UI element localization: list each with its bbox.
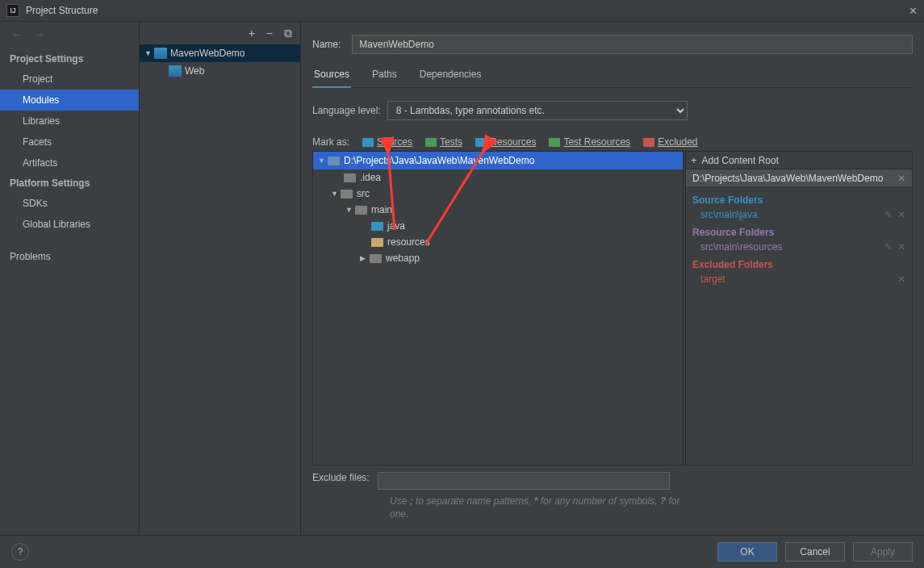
- exclude-hint: Use ; to separate name patterns, * for a…: [390, 495, 688, 520]
- cancel-button[interactable]: Cancel: [785, 542, 845, 562]
- source-folders-title: Source Folders: [692, 194, 905, 206]
- test-resources-color-icon: [549, 138, 560, 147]
- mark-as-label: Mark as:: [312, 136, 349, 148]
- folder-java[interactable]: java: [313, 218, 683, 234]
- web-icon: [169, 65, 182, 77]
- resources-color-icon: [475, 138, 487, 147]
- nav-project[interactable]: Project: [0, 69, 139, 90]
- nav-modules[interactable]: Modules: [0, 90, 139, 111]
- mark-sources-button[interactable]: Sources: [362, 136, 412, 148]
- chevron-down-icon: ▼: [345, 206, 355, 214]
- excluded-color-icon: [643, 138, 654, 147]
- content-roots-panel: +Add Content Root D:\Projects\Java\JavaW…: [685, 151, 913, 466]
- nav-sdks[interactable]: SDKs: [0, 193, 139, 214]
- content-root-path-bar[interactable]: D:\Projects\Java\JavaWeb\MavenWebDemo✕: [685, 169, 913, 186]
- app-icon: IJ: [6, 4, 19, 17]
- window-title: Project Structure: [26, 5, 909, 16]
- name-input[interactable]: [352, 35, 913, 54]
- mark-resources-button[interactable]: Resources: [475, 136, 536, 148]
- name-label: Name:: [312, 39, 341, 50]
- bottom-bar: ? OK Cancel Apply: [0, 535, 924, 568]
- exclude-files-label: Exclude files:: [312, 472, 370, 483]
- remove-icon[interactable]: ✕: [897, 209, 905, 220]
- folder-icon: [370, 254, 382, 263]
- nav-forward-icon[interactable]: →: [34, 28, 45, 41]
- chevron-down-icon: ▼: [144, 49, 154, 57]
- edit-icon[interactable]: ✎: [884, 241, 893, 253]
- section-platform-settings: Platform Settings: [0, 173, 139, 193]
- apply-button[interactable]: Apply: [853, 542, 913, 562]
- language-level-label: Language level:: [312, 105, 381, 116]
- resource-folders-title: Resource Folders: [692, 227, 905, 238]
- folder-icon: [328, 157, 340, 165]
- exclude-files-input[interactable]: [378, 472, 670, 490]
- copy-module-icon[interactable]: ⧉: [284, 27, 292, 40]
- tests-color-icon: [425, 138, 437, 147]
- nav-global-libraries[interactable]: Global Libraries: [0, 214, 139, 235]
- module-tree-panel: + − ⧉ ▼ MavenWebDemo Web: [140, 22, 301, 535]
- plus-icon: +: [691, 154, 697, 166]
- content-root-row[interactable]: ▼ D:\Projects\Java\JavaWeb\MavenWebDemo: [313, 152, 683, 169]
- mark-tests-button[interactable]: Tests: [425, 136, 462, 148]
- help-button[interactable]: ?: [11, 543, 29, 561]
- nav-facets[interactable]: Facets: [0, 132, 139, 152]
- source-folder-icon: [371, 222, 383, 231]
- content-root-path: D:\Projects\Java\JavaWeb\MavenWebDemo: [344, 155, 534, 166]
- folder-icon: [341, 190, 353, 198]
- left-nav: ← → Project Settings Project Modules Lib…: [0, 22, 140, 535]
- chevron-down-icon: ▼: [318, 157, 328, 165]
- mark-excluded-button[interactable]: Excluded: [643, 136, 697, 148]
- titlebar: IJ Project Structure ✕: [0, 0, 924, 22]
- ok-button[interactable]: OK: [717, 542, 777, 562]
- folder-icon: [355, 206, 367, 215]
- resource-folder-icon: [371, 238, 383, 247]
- module-root[interactable]: ▼ MavenWebDemo: [140, 44, 300, 62]
- folder-webapp[interactable]: ▶webapp: [313, 250, 683, 266]
- module-web-label: Web: [185, 65, 204, 77]
- source-folder-item[interactable]: src\main\java✎ ✕: [692, 207, 905, 223]
- remove-icon[interactable]: ✕: [897, 241, 905, 253]
- language-level-select[interactable]: 8 - Lambdas, type annotations etc.: [387, 101, 688, 120]
- close-icon[interactable]: ✕: [909, 5, 918, 17]
- folder-resources[interactable]: resources: [313, 234, 683, 250]
- add-content-root-button[interactable]: +Add Content Root: [685, 151, 913, 169]
- folder-icon: [344, 173, 356, 182]
- module-icon: [154, 48, 167, 59]
- nav-libraries[interactable]: Libraries: [0, 111, 139, 132]
- remove-module-icon[interactable]: −: [266, 27, 273, 40]
- mark-as-row: Mark as: Sources Tests Resources Test Re…: [312, 136, 913, 148]
- chevron-right-icon: ▶: [360, 254, 370, 262]
- excluded-folder-item[interactable]: target✕: [692, 272, 905, 288]
- add-module-icon[interactable]: +: [249, 27, 255, 40]
- resource-folder-item[interactable]: src\main\resources✎ ✕: [692, 240, 905, 256]
- folder-idea[interactable]: .idea: [313, 169, 683, 186]
- section-project-settings: Project Settings: [0, 49, 139, 69]
- excluded-folders-title: Excluded Folders: [692, 259, 905, 270]
- module-tabs: Sources Paths Dependencies: [312, 69, 913, 88]
- module-web[interactable]: Web: [140, 62, 300, 80]
- module-details: Name: Sources Paths Dependencies Languag…: [301, 22, 924, 535]
- remove-root-icon[interactable]: ✕: [897, 173, 905, 184]
- nav-problems[interactable]: Problems: [0, 246, 139, 267]
- mark-test-resources-button[interactable]: Test Resources: [549, 136, 630, 148]
- remove-icon[interactable]: ✕: [897, 274, 905, 285]
- source-tree: ▼ D:\Projects\Java\JavaWeb\MavenWebDemo …: [312, 151, 684, 466]
- folder-src[interactable]: ▼src: [313, 186, 683, 202]
- sources-color-icon: [362, 138, 374, 147]
- nav-artifacts[interactable]: Artifacts: [0, 152, 139, 173]
- tab-sources[interactable]: Sources: [312, 69, 351, 88]
- chevron-down-icon: ▼: [331, 190, 341, 198]
- nav-back-icon[interactable]: ←: [11, 28, 23, 41]
- folder-main[interactable]: ▼main: [313, 202, 683, 218]
- module-root-label: MavenWebDemo: [170, 48, 245, 59]
- tab-dependencies[interactable]: Dependencies: [418, 69, 483, 87]
- edit-icon[interactable]: ✎: [884, 209, 893, 220]
- tab-paths[interactable]: Paths: [370, 69, 399, 87]
